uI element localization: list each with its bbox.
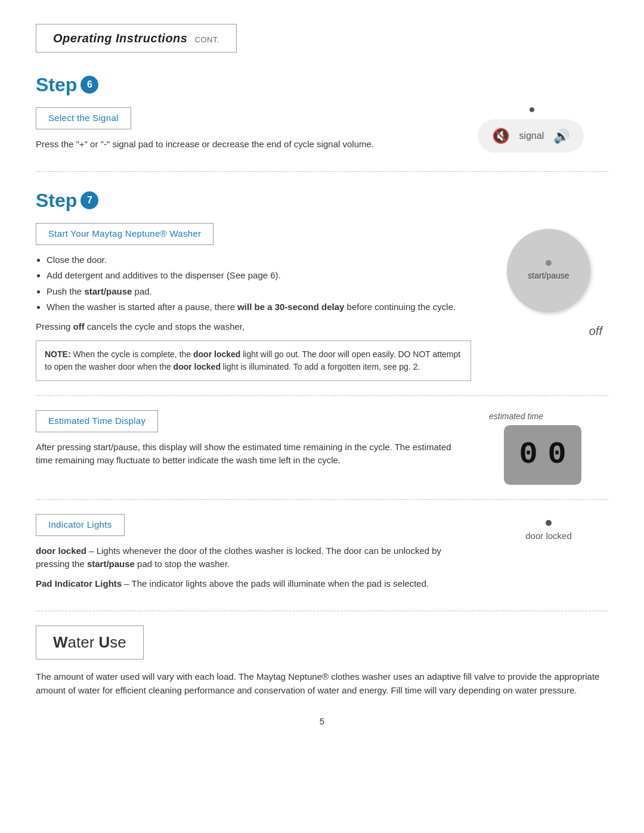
step6-layout: Select the Signal Press the "+" or "-" s… (36, 107, 608, 157)
step7-bullets: Close the door. Add detergent and additi… (36, 253, 471, 314)
digit-2-value: 0 (547, 439, 566, 470)
step7-layout: Start Your Maytag Neptune® Washer Close … (36, 223, 608, 381)
estimated-section-box: Estimated Time Display (36, 410, 158, 432)
divider-1 (36, 171, 608, 172)
signal-label: signal (519, 129, 544, 143)
indicator-section-box: Indicator Lights (36, 514, 125, 536)
step6-right: 🔇 signal 🔊 (453, 107, 608, 153)
page-number: 5 (36, 715, 608, 729)
step6-heading: Step 6 (36, 70, 608, 99)
signal-on-icon: 🔊 (553, 126, 569, 146)
start-pause-button-illustration: start/pause (507, 229, 590, 312)
step7-right: start/pause off (489, 223, 608, 340)
water-use-box: Water Use (36, 625, 144, 659)
step6-word: Step (36, 70, 77, 99)
bullet-3: Push the start/pause pad. (47, 285, 471, 299)
estimated-section-title: Estimated Time Display (48, 416, 145, 426)
est-time-label: estimated time (477, 410, 543, 423)
indicator-right: door locked (489, 514, 608, 543)
bullet-4: When the washer is started after a pause… (47, 301, 471, 314)
water-use-body: The amount of water used will vary with … (36, 670, 608, 697)
step6-left: Select the Signal Press the "+" or "-" s… (36, 107, 453, 157)
estimated-layout: Estimated Time Display After pressing st… (36, 410, 608, 485)
operating-instructions-title: Operating Instructions (53, 32, 187, 45)
indicator-section-title: Indicator Lights (48, 519, 112, 529)
operating-header: Operating Instructions cont. (36, 24, 237, 52)
door-locked-label: door locked (525, 529, 572, 543)
step7-word: Step (36, 186, 77, 215)
step6-section-box: Select the Signal (36, 107, 131, 129)
cont-label: cont. (195, 35, 220, 44)
water-use-title: Water Use (53, 633, 126, 651)
divider-4 (36, 611, 608, 611)
time-display-screen: 0 0 (504, 425, 581, 485)
off-label: off (589, 322, 602, 340)
signal-indicator-dot (530, 107, 534, 112)
note-title: NOTE: (45, 349, 71, 359)
bullet-1: Close the door. (47, 253, 471, 267)
indicator-door-locked-text: door locked – Lights whenever the door o… (36, 544, 471, 571)
step7-left: Start Your Maytag Neptune® Washer Close … (36, 223, 489, 381)
indicator-left: Indicator Lights door locked – Lights wh… (36, 514, 489, 596)
digit-1: 0 (516, 437, 540, 473)
divider-2 (36, 395, 608, 396)
pressing-off-text: Pressing off cancels the cycle and stops… (36, 320, 471, 334)
indicator-pad-text: Pad Indicator Lights – The indicator lig… (36, 577, 471, 591)
estimated-right: estimated time 0 0 (477, 410, 608, 485)
step7-circle: 7 (80, 191, 98, 209)
step6-body-text: Press the "+" or "-" signal pad to incre… (36, 138, 453, 151)
step6-circle: 6 (80, 76, 98, 94)
digit-1-value: 0 (519, 439, 537, 470)
step7-section-title: Start Your Maytag Neptune® Washer (48, 228, 201, 239)
start-pause-label: start/pause (528, 270, 569, 282)
indicator-layout: Indicator Lights door locked – Lights wh… (36, 514, 608, 596)
note-box: NOTE: When the cycle is complete, the do… (36, 340, 471, 381)
divider-3 (36, 499, 608, 500)
estimated-left: Estimated Time Display After pressing st… (36, 410, 477, 473)
signal-control: 🔇 signal 🔊 (478, 119, 584, 153)
step6-section-title: Select the Signal (48, 113, 119, 123)
door-locked-icon: door locked (525, 520, 572, 543)
mute-icon: 🔇 (492, 125, 510, 147)
note-body: When the cycle is complete, the door loc… (45, 349, 460, 371)
estimated-body-text: After pressing start/pause, this display… (36, 441, 459, 467)
bullet-2: Add detergent and additives to the dispe… (47, 269, 471, 283)
door-locked-dot (546, 520, 552, 526)
start-pause-dot (546, 260, 552, 266)
step7-section-box: Start Your Maytag Neptune® Washer (36, 223, 213, 245)
digit-2: 0 (545, 437, 569, 473)
step7-heading: Step 7 (36, 186, 608, 215)
